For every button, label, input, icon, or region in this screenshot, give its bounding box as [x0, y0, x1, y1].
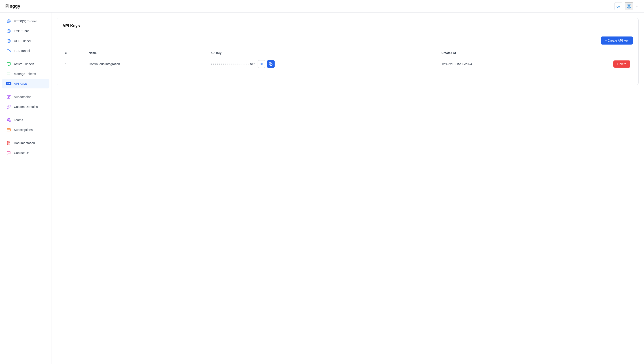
- teams-label: Teams: [14, 118, 23, 122]
- header: Pinggy ⌄: [0, 0, 644, 13]
- teams-icon: [6, 117, 11, 122]
- row-delete-cell: Delete: [558, 57, 633, 71]
- sidebar-item-subscriptions[interactable]: Subscriptions: [2, 125, 50, 134]
- sidebar-item-subdomains[interactable]: Subdomains: [2, 92, 50, 102]
- sidebar-item-manage-tokens[interactable]: Manage Tokens: [2, 69, 50, 79]
- user-circle-icon: [626, 4, 632, 9]
- row-created-at: 12:42:21 • 15/09/2024: [439, 57, 558, 71]
- app-logo: Pinggy: [5, 4, 20, 9]
- udp-tunnel-icon: [6, 39, 11, 43]
- documentation-icon: [6, 141, 11, 145]
- table-header-actions: [558, 49, 633, 57]
- row-number: 1: [62, 57, 86, 71]
- sidebar-item-http-tunnel[interactable]: HTTP(S) Tunnel: [2, 17, 50, 26]
- contact-us-icon: [6, 150, 11, 155]
- api-keys-card: API Keys + Create API key #NameAPI KeyCr…: [57, 18, 639, 85]
- sidebar-item-udp-tunnel[interactable]: UDP Tunnel: [2, 36, 50, 46]
- create-api-key-button[interactable]: + Create API key: [600, 37, 633, 45]
- sidebar: HTTP(S) TunnelTCP TunnelUDP TunnelTLS Tu…: [0, 13, 52, 364]
- manage-tokens-icon: [6, 71, 11, 76]
- subscriptions-icon: [6, 127, 11, 132]
- sidebar-item-api-keys[interactable]: APIAPI Keys: [2, 79, 50, 88]
- sidebar-item-contact-us[interactable]: Contact Us: [2, 148, 50, 158]
- table-header-created-at: Created At: [439, 49, 558, 57]
- layout: HTTP(S) TunnelTCP TunnelUDP TunnelTLS Tu…: [0, 13, 644, 364]
- manage-tokens-label: Manage Tokens: [14, 72, 36, 76]
- copy-api-key-button[interactable]: [267, 60, 274, 68]
- create-api-key-label: + Create API key: [605, 39, 628, 42]
- tls-tunnel-label: TLS Tunnel: [14, 49, 30, 53]
- sidebar-group-2: SubdomainsCustom Domains: [0, 91, 51, 113]
- sidebar-item-active-tunnels[interactable]: Active Tunnels: [2, 59, 50, 69]
- sidebar-item-tcp-tunnel[interactable]: TCP Tunnel: [2, 27, 50, 36]
- row-name: Continuous integration: [86, 57, 208, 71]
- header-chevron-icon[interactable]: ⌄: [636, 4, 639, 8]
- svg-rect-19: [270, 64, 272, 66]
- subdomains-label: Subdomains: [14, 95, 31, 99]
- custom-domains-icon: [6, 104, 11, 109]
- main-content: API Keys + Create API key #NameAPI KeyCr…: [52, 13, 644, 364]
- theme-toggle-button[interactable]: [614, 2, 622, 10]
- user-avatar-button[interactable]: [625, 2, 633, 10]
- sidebar-group-3: TeamsSubscriptions: [0, 114, 51, 136]
- tcp-tunnel-icon: [6, 29, 11, 34]
- svg-point-14: [8, 118, 9, 120]
- documentation-label: Documentation: [14, 141, 35, 145]
- api-keys-icon: API: [6, 81, 11, 86]
- http-tunnel-label: HTTP(S) Tunnel: [14, 20, 36, 23]
- sidebar-group-4: DocumentationContact Us: [0, 137, 51, 159]
- sidebar-group-0: HTTP(S) TunnelTCP TunnelUDP TunnelTLS Tu…: [0, 15, 51, 57]
- sidebar-group-1: Active TunnelsManage TokensAPIAPI Keys: [0, 58, 51, 90]
- svg-point-18: [261, 64, 262, 65]
- sidebar-item-documentation[interactable]: Documentation: [2, 138, 50, 148]
- http-tunnel-icon: [6, 19, 11, 24]
- table-header-api-key: API Key: [208, 49, 439, 57]
- svg-rect-15: [7, 128, 10, 131]
- toggle-api-key-visibility-button[interactable]: [258, 60, 265, 68]
- header-actions: ⌄: [614, 2, 639, 10]
- sidebar-item-tls-tunnel[interactable]: TLS Tunnel: [2, 46, 50, 56]
- custom-domains-label: Custom Domains: [14, 105, 38, 109]
- sidebar-item-custom-domains[interactable]: Custom Domains: [2, 102, 50, 111]
- table-header-name: Name: [86, 49, 208, 57]
- svg-point-1: [628, 5, 630, 7]
- active-tunnels-icon: [6, 62, 11, 67]
- subdomains-icon: [6, 94, 11, 99]
- subscriptions-label: Subscriptions: [14, 128, 33, 132]
- delete-api-key-button[interactable]: Delete: [613, 60, 630, 68]
- tls-tunnel-icon: [6, 48, 11, 53]
- api-keys-table: #NameAPI KeyCreated At1Continuous integr…: [62, 49, 633, 71]
- row-api-key: ••••••••••••••••••••Gt1: [208, 57, 439, 71]
- tcp-tunnel-label: TCP Tunnel: [14, 29, 30, 33]
- table-header-#: #: [62, 49, 86, 57]
- card-toolbar: + Create API key: [62, 37, 633, 45]
- active-tunnels-label: Active Tunnels: [14, 62, 34, 66]
- udp-tunnel-label: UDP Tunnel: [14, 39, 31, 43]
- contact-us-label: Contact Us: [14, 151, 29, 155]
- svg-rect-8: [7, 62, 10, 65]
- api-keys-label: API Keys: [14, 82, 27, 86]
- table-row: 1Continuous integration•••••••••••••••••…: [62, 57, 633, 71]
- moon-icon: [616, 4, 620, 8]
- card-title: API Keys: [62, 24, 633, 32]
- api-key-masked-value: ••••••••••••••••••••Gt1: [210, 62, 256, 66]
- sidebar-item-teams[interactable]: Teams: [2, 115, 50, 125]
